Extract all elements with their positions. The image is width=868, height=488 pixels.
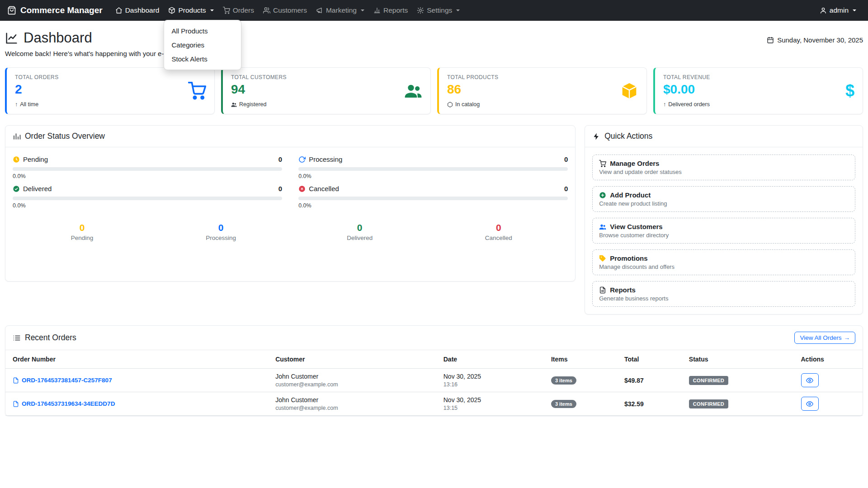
order-status-card: Order Status Overview Pending 0 0.0% [5,125,576,282]
quick-action-view-customers[interactable]: View Customers Browse customer directory [592,218,855,244]
stat-sub-label: In catalog [455,101,480,108]
view-order-button[interactable] [801,373,819,387]
stat-value: 2 [15,82,59,97]
summary-pending: 0 Pending [13,222,151,241]
eye-icon [806,400,813,408]
nav-marketing[interactable]: Marketing [311,2,369,19]
quick-actions-title: Quick Actions [592,131,652,141]
col-status: Status [682,350,794,369]
stat-value: $0.00 [663,82,710,97]
dropdown-item-categories[interactable]: Categories [164,38,241,52]
eye-icon [806,377,813,384]
customer-email: customer@example.com [275,381,429,388]
box-icon [447,102,453,108]
status-count: 0 [278,155,282,163]
stat-value: 94 [231,82,287,97]
page-header: Dashboard Welcome back! Here's what's ha… [5,21,863,60]
caret-down-icon [210,9,214,11]
people-icon [231,102,237,108]
status-block-pending: Pending 0 0.0% [13,155,282,179]
quick-action-manage-orders[interactable]: Manage Orders View and update order stat… [592,155,855,180]
stat-label: TOTAL PRODUCTS [447,74,498,80]
status-summary: 0 Pending 0 Processing 0 Delivered 0 Can… [5,211,575,281]
status-count: 0 [564,155,568,163]
box-icon [168,7,175,14]
status-percent: 0.0% [13,173,282,179]
view-order-button[interactable] [801,397,819,411]
stat-sub-label: Delivered orders [668,101,710,108]
nav-dashboard[interactable]: Dashboard [111,2,164,19]
caret-down-icon [361,9,364,11]
file-icon [13,377,19,384]
status-percent: 0.0% [298,173,568,179]
cancelled-progress-bar [298,197,568,200]
arrow-up-icon: ↑ [15,101,18,108]
order-number-link[interactable]: ORD-1764537319634-34EEDD7D [13,400,261,407]
col-date: Date [436,350,544,369]
stat-label: TOTAL CUSTOMERS [231,74,287,80]
summary-processing: 0 Processing [151,222,290,241]
arrow-right-icon: → [844,334,850,341]
stat-card-total-customers: TOTAL CUSTOMERS 94 Registered [221,67,431,114]
person-icon [820,7,827,14]
pending-progress-bar [13,167,282,171]
items-badge: 3 items [551,400,576,408]
brand[interactable]: Commerce Manager [7,5,103,15]
view-all-orders-button[interactable]: View All Orders → [794,332,855,344]
quick-actions-card: Quick Actions Manage Orders View and upd… [585,125,863,314]
nav-reports[interactable]: Reports [369,2,412,19]
recent-orders-table: Order Number Customer Date Items Total S… [5,350,863,416]
status-count: 0 [278,185,282,192]
lightning-icon [592,132,600,141]
status-block-delivered: Delivered 0 0.0% [13,185,282,209]
bar-chart-icon [373,7,381,14]
dropdown-item-stock-alerts[interactable]: Stock Alerts [164,52,241,66]
home-icon [115,7,123,14]
people-icon [263,7,270,14]
file-icon [13,401,19,407]
stat-card-total-revenue: TOTAL REVENUE $0.00 ↑ Delivered orders $ [653,67,863,114]
nav-customers[interactable]: Customers [259,2,311,19]
status-count: 0 [564,185,568,192]
quick-action-promotions[interactable]: Promotions Manage discounts and offers [592,249,855,275]
recent-orders-card: Recent Orders View All Orders → Order Nu… [5,325,863,416]
quick-action-add-product[interactable]: Add Product Create new product listing [592,186,855,212]
top-navbar: Commerce Manager Dashboard Products All … [0,0,868,21]
shopping-bag-icon [7,6,16,15]
chart-line-icon [5,32,18,45]
nav-settings[interactable]: Settings [412,2,464,19]
dropdown-item-all-products[interactable]: All Products [164,24,241,38]
x-circle-icon [298,185,306,192]
order-number-link[interactable]: ORD-1764537381457-C257F807 [13,377,261,384]
order-time: 13:15 [443,405,537,411]
order-status-title: Order Status Overview [13,131,105,141]
cart-icon [599,160,606,167]
cart-icon [188,82,206,100]
current-date: Sunday, November 30, 2025 [767,36,863,44]
table-row: ORD-1764537381457-C257F807 John Customer… [5,369,863,392]
nav-orders[interactable]: Orders [218,2,259,19]
file-icon [599,286,606,294]
tag-icon [599,255,606,262]
status-block-cancelled: Cancelled 0 0.0% [298,185,568,209]
status-percent: 0.0% [13,202,282,209]
stat-sub-label: All time [20,101,38,108]
products-dropdown-menu: All Products Categories Stock Alerts [164,20,241,70]
people-icon [404,82,422,100]
order-time: 13:16 [443,381,537,388]
customer-name: John Customer [275,373,429,380]
stat-label: TOTAL REVENUE [663,74,710,80]
dollar-icon: $ [845,83,854,99]
plus-circle-icon [599,192,606,199]
refresh-icon [298,156,306,163]
items-badge: 3 items [551,376,576,385]
order-date: Nov 30, 2025 [443,373,537,380]
stats-row: TOTAL ORDERS 2 ↑ All time TOTAL CUSTOMER… [5,67,863,114]
customer-name: John Customer [275,396,429,404]
stat-card-total-products: TOTAL PRODUCTS 86 In catalog [437,67,647,114]
user-menu[interactable]: admin [815,2,861,19]
quick-action-reports[interactable]: Reports Generate business reports [592,281,855,307]
calendar-icon [767,37,774,44]
nav-products[interactable]: Products [164,2,218,19]
nav-products-wrapper: Products All Products Categories Stock A… [164,2,218,19]
